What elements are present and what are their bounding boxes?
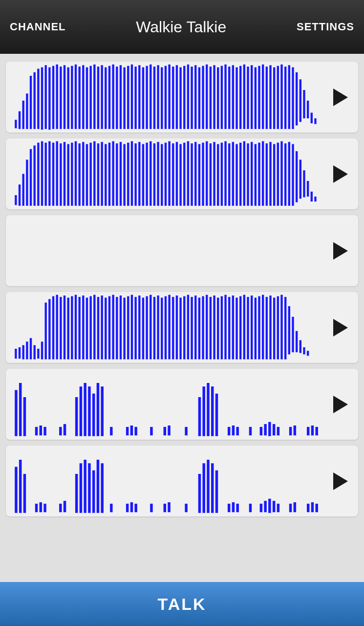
svg-rect-21 [93,65,95,129]
svg-rect-2 [22,101,24,129]
svg-rect-319 [277,504,279,512]
svg-rect-154 [288,142,290,206]
talk-button[interactable]: TALK [0,582,364,626]
svg-rect-34 [142,67,144,129]
svg-rect-81 [15,195,17,205]
svg-rect-47 [191,67,193,129]
svg-rect-269 [228,427,230,435]
svg-rect-55 [221,66,223,129]
svg-rect-15 [71,66,73,129]
svg-rect-108 [116,143,118,206]
svg-rect-215 [213,295,215,359]
svg-rect-293 [84,460,86,513]
svg-rect-66 [262,65,264,129]
svg-rect-61 [243,65,245,129]
recording-item [6,138,358,209]
svg-rect-207 [183,296,185,359]
svg-rect-219 [228,297,230,359]
svg-rect-90 [48,141,50,206]
svg-rect-148 [266,143,268,206]
svg-rect-160 [311,192,313,201]
play-button[interactable] [329,470,352,493]
svg-rect-206 [179,298,181,359]
svg-rect-239 [303,347,305,355]
svg-rect-317 [268,499,271,513]
svg-rect-17 [78,67,80,129]
svg-rect-97 [75,141,77,206]
svg-rect-46 [187,65,189,129]
svg-rect-172 [52,296,54,359]
play-button[interactable] [329,239,352,263]
svg-rect-228 [262,295,264,359]
svg-rect-220 [232,295,234,359]
play-button[interactable] [329,316,352,339]
svg-rect-265 [202,386,205,436]
svg-rect-221 [236,298,237,359]
svg-rect-96 [71,143,73,206]
play-icon [333,165,348,183]
svg-rect-203 [168,295,170,359]
svg-rect-76 [300,79,301,122]
svg-rect-1 [19,112,21,129]
svg-rect-156 [296,151,298,202]
svg-rect-105 [105,144,107,206]
svg-rect-67 [266,67,268,129]
svg-rect-274 [264,424,266,435]
svg-rect-77 [303,90,305,118]
svg-rect-138 [228,143,230,206]
svg-rect-306 [198,474,201,513]
svg-rect-25 [108,66,110,129]
svg-rect-277 [277,427,279,435]
svg-rect-267 [211,386,214,436]
svg-rect-118 [153,143,155,206]
svg-rect-162 [15,349,17,358]
recording-item [6,215,358,286]
app-header: CHANNEL Walkie Talkie SETTINGS [0,0,364,54]
svg-rect-193 [131,295,133,359]
svg-rect-114 [138,142,140,206]
svg-rect-10 [52,66,54,129]
svg-rect-245 [40,425,42,435]
svg-rect-240 [307,351,309,356]
svg-rect-262 [168,425,170,435]
svg-rect-5 [34,72,36,129]
svg-rect-307 [202,463,205,513]
settings-button[interactable]: SETTINGS [297,21,354,33]
play-icon [333,242,348,260]
play-button[interactable] [329,86,352,109]
svg-rect-298 [110,504,112,512]
svg-rect-70 [277,66,279,129]
svg-rect-6 [37,69,39,129]
svg-rect-216 [217,298,219,359]
svg-rect-235 [288,306,290,355]
svg-rect-288 [43,504,46,512]
svg-rect-159 [307,181,309,197]
svg-rect-65 [258,66,260,129]
svg-rect-8 [45,65,47,129]
svg-rect-179 [78,297,80,359]
svg-rect-7 [41,67,43,130]
svg-rect-211 [198,298,200,359]
svg-rect-315 [260,504,262,512]
svg-rect-280 [307,427,309,435]
svg-rect-43 [176,65,178,129]
svg-rect-22 [97,67,99,129]
svg-rect-261 [164,427,166,435]
svg-rect-99 [82,142,84,206]
svg-rect-116 [146,143,148,206]
svg-rect-69 [273,67,275,129]
svg-rect-258 [130,425,133,435]
svg-rect-170 [45,303,47,359]
svg-rect-190 [120,295,122,359]
svg-rect-23 [101,65,103,129]
svg-rect-286 [35,504,38,512]
channel-button[interactable]: CHANNEL [10,21,66,33]
svg-rect-244 [35,427,38,435]
svg-rect-285 [23,474,26,513]
svg-rect-134 [213,142,215,206]
svg-rect-109 [120,142,122,206]
svg-rect-316 [264,501,266,512]
play-button[interactable] [329,393,352,416]
play-button[interactable] [329,162,352,186]
svg-rect-305 [185,504,187,512]
